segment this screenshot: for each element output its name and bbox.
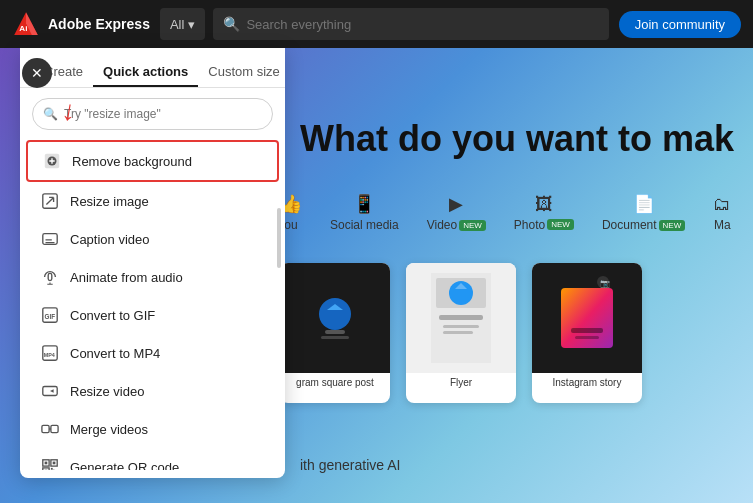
close-button[interactable]: ✕: [22, 58, 52, 88]
join-community-button[interactable]: Join community: [619, 11, 741, 38]
cat-label-you: ou: [284, 218, 297, 232]
card-label-flyer: Flyer: [406, 373, 516, 392]
svg-rect-25: [48, 273, 52, 280]
card-label-instagram: gram square post: [280, 373, 390, 392]
menu-item-merge-videos-label: Merge videos: [70, 422, 148, 437]
svg-rect-12: [439, 315, 483, 320]
cat-label-video: Video: [427, 218, 457, 232]
search-bar: 🔍: [213, 8, 608, 40]
panel-search-input[interactable]: [64, 107, 262, 121]
svg-rect-17: [571, 328, 603, 333]
photo-icon: 🖼: [535, 194, 553, 215]
all-dropdown[interactable]: All ▾: [160, 8, 205, 40]
navbar: Ai Adobe Express All ▾ 🔍 Join community: [0, 0, 753, 48]
svg-text:Ai: Ai: [19, 24, 27, 33]
card-instagram-story[interactable]: 📷 Instagram story: [532, 263, 642, 403]
cards-area: gram square post Flyer: [280, 263, 642, 403]
menu-item-convert-mp4-label: Convert to MP4: [70, 346, 160, 361]
cat-tab-more[interactable]: 🗂 Ma: [713, 194, 731, 232]
menu-item-resize-video-label: Resize video: [70, 384, 144, 399]
card-instagram-square[interactable]: gram square post: [280, 263, 390, 403]
svg-rect-14: [443, 331, 473, 334]
scrollbar-indicator: [277, 208, 281, 268]
svg-rect-37: [53, 462, 56, 465]
menu-list: Remove background Resize image Caption v…: [20, 140, 285, 470]
adobe-logo-icon: Ai: [12, 10, 40, 38]
animate-audio-icon: [40, 267, 60, 287]
convert-mp4-icon: MP4: [40, 343, 60, 363]
search-area: All ▾ 🔍: [160, 8, 609, 40]
menu-item-merge-videos[interactable]: Merge videos: [26, 410, 279, 448]
menu-item-convert-gif-label: Convert to GIF: [70, 308, 155, 323]
cat-tab-photo[interactable]: 🖼 Photo NEW: [514, 194, 574, 232]
card-image-story: 📷: [532, 263, 642, 373]
panel-search-icon: 🔍: [43, 107, 58, 121]
convert-gif-icon: GIF: [40, 305, 60, 325]
chevron-down-icon: ▾: [188, 17, 195, 32]
document-icon: 📄: [633, 193, 655, 215]
menu-item-animate-audio[interactable]: Animate from audio: [26, 258, 279, 296]
tab-quick-actions-label: Quick actions: [103, 64, 188, 79]
svg-rect-36: [45, 462, 48, 465]
resize-image-icon: [40, 191, 60, 211]
close-icon: ✕: [31, 66, 43, 80]
cat-tab-social[interactable]: 📱 Social media: [330, 193, 399, 232]
cat-tab-document[interactable]: 📄 Document NEW: [602, 193, 685, 232]
menu-item-remove-background[interactable]: Remove background: [26, 140, 279, 182]
menu-item-resize-image-label: Resize image: [70, 194, 149, 209]
svg-rect-13: [443, 325, 479, 328]
svg-rect-31: [42, 425, 49, 432]
cat-label-document: Document: [602, 218, 657, 232]
menu-item-animate-audio-label: Animate from audio: [70, 270, 183, 285]
svg-rect-18: [575, 336, 599, 339]
brand-name: Adobe Express: [48, 16, 150, 32]
dropdown-panel: Create Quick actions Custom size 🔍 Remov…: [20, 48, 285, 478]
tab-quick-actions[interactable]: Quick actions: [93, 58, 198, 87]
card-image-flyer: [406, 263, 516, 373]
svg-rect-7: [321, 336, 349, 339]
video-new-badge: NEW: [459, 220, 486, 231]
panel-tabs: Create Quick actions Custom size: [20, 48, 285, 88]
category-tabs: 👍 ou 📱 Social media ▶ Video NEW 🖼 Photo …: [280, 193, 731, 232]
photo-new-badge: NEW: [547, 219, 574, 230]
menu-item-convert-mp4[interactable]: MP4 Convert to MP4: [26, 334, 279, 372]
all-label: All: [170, 17, 184, 32]
menu-item-resize-image[interactable]: Resize image: [26, 182, 279, 220]
more-icon: 🗂: [713, 194, 731, 215]
menu-item-convert-gif[interactable]: GIF Convert to GIF: [26, 296, 279, 334]
card-image-instagram: [280, 263, 390, 373]
menu-item-caption-video-label: Caption video: [70, 232, 150, 247]
hero-title: What do you want to mak: [300, 118, 734, 160]
cat-label-photo: Photo: [514, 218, 545, 232]
caption-video-icon: [40, 229, 60, 249]
search-input[interactable]: [246, 17, 598, 32]
menu-item-qr-code-label: Generate QR code: [70, 460, 179, 471]
search-icon: 🔍: [223, 16, 240, 32]
qr-code-icon: [40, 457, 60, 470]
document-new-badge: NEW: [659, 220, 686, 231]
gen-ai-text: ith generative AI: [300, 457, 400, 473]
menu-item-remove-background-label: Remove background: [72, 154, 192, 169]
cat-tab-video[interactable]: ▶ Video NEW: [427, 193, 486, 232]
svg-text:GIF: GIF: [45, 313, 56, 320]
merge-videos-icon: [40, 419, 60, 439]
social-icon: 📱: [353, 193, 375, 215]
resize-video-icon: [40, 381, 60, 401]
svg-text:MP4: MP4: [44, 352, 55, 358]
svg-rect-6: [325, 330, 345, 334]
menu-item-qr-code[interactable]: Generate QR code: [26, 448, 279, 470]
tab-custom-size-label: Custom size: [208, 64, 280, 79]
remove-background-icon: [42, 151, 62, 171]
menu-item-caption-video[interactable]: Caption video: [26, 220, 279, 258]
svg-rect-40: [51, 468, 53, 470]
cat-label-social: Social media: [330, 218, 399, 232]
tab-custom-size[interactable]: Custom size: [198, 58, 290, 87]
svg-point-4: [319, 298, 351, 330]
gen-ai-label: ith generative AI: [300, 457, 400, 473]
svg-rect-32: [51, 425, 58, 432]
menu-item-resize-video[interactable]: Resize video: [26, 372, 279, 410]
card-flyer[interactable]: Flyer: [406, 263, 516, 403]
video-icon: ▶: [449, 193, 463, 215]
brand-logo: Ai Adobe Express: [12, 10, 150, 38]
svg-rect-35: [43, 468, 49, 470]
